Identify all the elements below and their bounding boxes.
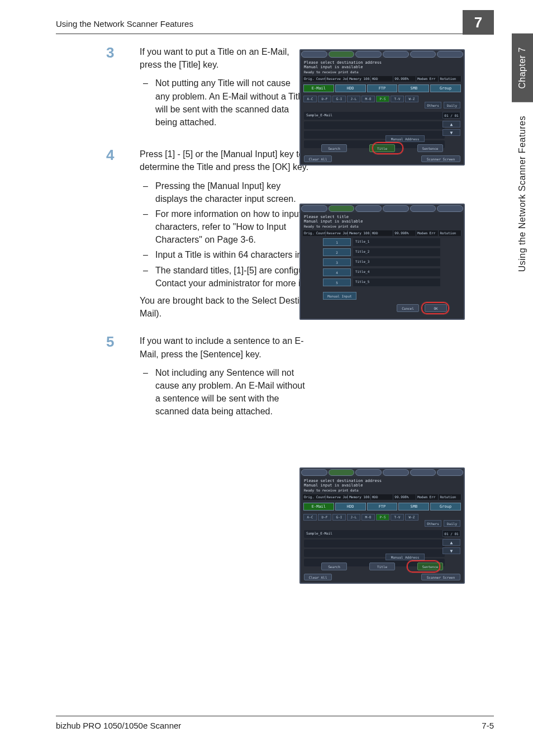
shot-tab-hdd[interactable]: HDD xyxy=(335,84,366,92)
shot-msg-2: Manual input is available xyxy=(304,483,460,488)
shot-tab-email[interactable]: E-Mail xyxy=(303,503,334,511)
step-4-bullet-2: For more information on how to input cha… xyxy=(155,207,313,247)
step-3-bullet-1: Not putting any Title will not cause any… xyxy=(155,77,307,129)
shot-mem-pct: 99.998% xyxy=(393,494,416,500)
shot-page-indicator: 01 / 01 xyxy=(442,530,460,537)
shot-manual-address-button[interactable]: Manual Address xyxy=(386,554,425,560)
side-tab-section: Using the Network Scanner Features xyxy=(512,102,533,285)
shot-down-arrow[interactable]: ▼ xyxy=(442,129,460,136)
shot-status-ready: Ready to receive print data xyxy=(304,488,460,492)
shot-alpha-mo[interactable]: M-O xyxy=(361,514,375,521)
shot2-row-2-num[interactable]: 2 xyxy=(323,248,351,256)
shot2-msg-2: Manual input is available xyxy=(304,219,460,224)
shot-mem-pct: 99.998% xyxy=(393,230,416,236)
screenshot-step-4: Please select title Manual input is avai… xyxy=(299,204,465,320)
shot2-cancel-button[interactable]: Cancel xyxy=(397,304,419,312)
shot-alpha-jl[interactable]: J-L xyxy=(347,514,360,521)
shot-up-arrow[interactable]: ▲ xyxy=(442,539,460,546)
bullet-dash: – xyxy=(140,366,155,418)
shot-clear-all-button[interactable]: Clear All xyxy=(304,574,332,580)
step-3-number: 3 xyxy=(106,45,140,131)
shot-tab-email[interactable]: E-Mail xyxy=(303,84,334,92)
shot-msg-1: Please select destination address xyxy=(304,479,460,483)
shot-daily-button[interactable]: Daily xyxy=(444,102,460,108)
shot-tab-smb[interactable]: SMB xyxy=(398,503,429,511)
step-5-text: If you want to include a sentence to an … xyxy=(140,334,307,360)
footer-left: bizhub PRO 1050/1050e Scanner xyxy=(56,721,181,730)
chapter-number-tab: 7 xyxy=(463,10,494,35)
shot-others-button[interactable]: Others xyxy=(425,520,441,527)
shot-tab-group[interactable]: Group xyxy=(430,503,461,511)
shot-status-ready: Ready to receive print data xyxy=(304,224,460,228)
step-4-bullet-1: Pressing the [Manual Input] key displays… xyxy=(155,179,313,205)
shot-tab-smb[interactable]: SMB xyxy=(398,84,429,92)
shot-alpha-df[interactable]: D-F xyxy=(318,514,331,521)
shot-tab-ftp[interactable]: FTP xyxy=(367,503,398,511)
shot-msg-2: Manual input is available xyxy=(304,65,460,69)
shot2-msg-1: Please select title xyxy=(304,215,460,219)
shot-alpha-gi[interactable]: G-I xyxy=(332,514,346,521)
shot-alpha-wz[interactable]: W-Z xyxy=(405,514,418,521)
shot-search-button[interactable]: Search xyxy=(321,563,347,570)
shot-page-indicator: 01 / 01 xyxy=(442,112,460,119)
shot-scanner-screen-button[interactable]: Scanner Screen xyxy=(421,155,460,162)
shot-daily-button[interactable]: Daily xyxy=(444,520,460,527)
shot-alpha-mo[interactable]: M-O xyxy=(361,96,375,102)
shot2-row-3-num[interactable]: 3 xyxy=(323,258,351,266)
bullet-dash: – xyxy=(140,264,155,290)
shot-alpha-ac[interactable]: A-C xyxy=(303,514,317,521)
shot-alpha-tv[interactable]: T-V xyxy=(391,96,404,102)
shot-tab-group[interactable]: Group xyxy=(430,84,461,92)
shot-clear-all-button[interactable]: Clear All xyxy=(304,155,332,162)
shot-hdd: HDD xyxy=(371,76,394,82)
header-title: Using the Network Scanner Features xyxy=(56,19,193,32)
shot-alpha-ps[interactable]: P-S xyxy=(376,96,389,102)
bullet-dash: – xyxy=(140,77,155,129)
shot2-row-3-val: Title_3 xyxy=(353,258,440,266)
shot2-row-5-num[interactable]: 5 xyxy=(323,278,351,286)
shot-memory: Memory 100.000% xyxy=(348,76,371,82)
shot-alpha-ac[interactable]: A-C xyxy=(303,96,317,102)
screenshot-step-5: Please select destination address Manual… xyxy=(299,467,465,584)
shot2-row-4-val: Title_4 xyxy=(353,268,440,276)
shot-list-item-empty xyxy=(304,540,445,547)
shot-alpha-wz[interactable]: W-Z xyxy=(405,96,418,102)
shot-alpha-gi[interactable]: G-I xyxy=(332,96,346,102)
shot2-row-4-num[interactable]: 4 xyxy=(323,268,351,276)
shot-alpha-ps[interactable]: P-S xyxy=(376,514,389,521)
shot-status-ready: Ready to receive print data xyxy=(304,70,460,74)
step-4-text: Press [1] - [5] or the [Manual Input] ke… xyxy=(140,148,313,173)
shot-sentence-button[interactable]: Sentence xyxy=(417,144,443,152)
shot-reserve: Reserve Job xyxy=(326,230,349,236)
shot-reserve: Reserve Job xyxy=(326,76,349,82)
bullet-dash: – xyxy=(140,179,155,205)
bullet-dash: – xyxy=(140,248,155,261)
shot-others-button[interactable]: Others xyxy=(425,102,441,108)
shot-manual-address-button[interactable]: Manual Address xyxy=(386,135,425,142)
shot-title-button[interactable]: Title xyxy=(369,563,395,570)
shot-rotation: Rotation xyxy=(439,230,461,236)
shot-modem: Modem Err xyxy=(416,230,439,236)
shot2-row-5-val: Title_5 xyxy=(353,278,440,286)
shot-msg-1: Please select destination address xyxy=(304,60,460,65)
shot-alpha-df[interactable]: D-F xyxy=(318,96,331,102)
shot-list-item-sample-email[interactable]: Sample_E-Mail xyxy=(304,530,445,538)
step-5-number: 5 xyxy=(106,334,140,420)
shot-reserve: Reserve Job xyxy=(326,494,349,500)
shot-orig-count: Orig. Count xyxy=(303,230,326,236)
shot-search-button[interactable]: Search xyxy=(321,144,347,152)
shot-scanner-screen-button[interactable]: Scanner Screen xyxy=(421,574,460,580)
shot-up-arrow[interactable]: ▲ xyxy=(442,121,460,127)
shot-mem-pct: 99.998% xyxy=(393,76,416,82)
shot2-row-1-num[interactable]: 1 xyxy=(323,238,351,246)
shot-down-arrow[interactable]: ▼ xyxy=(442,547,460,554)
shot-tab-ftp[interactable]: FTP xyxy=(367,84,398,92)
shot-memory: Memory 100.000% xyxy=(348,494,371,500)
shot-hdd: HDD xyxy=(371,494,394,500)
shot-alpha-jl[interactable]: J-L xyxy=(347,96,360,102)
shot-list-item-sample-email[interactable]: Sample_E-Mail xyxy=(304,112,445,120)
shot-modem: Modem Err xyxy=(416,76,439,82)
shot-tab-hdd[interactable]: HDD xyxy=(335,503,366,511)
shot2-manual-input-button[interactable]: Manual Input xyxy=(323,292,356,300)
shot-alpha-tv[interactable]: T-V xyxy=(391,514,404,521)
